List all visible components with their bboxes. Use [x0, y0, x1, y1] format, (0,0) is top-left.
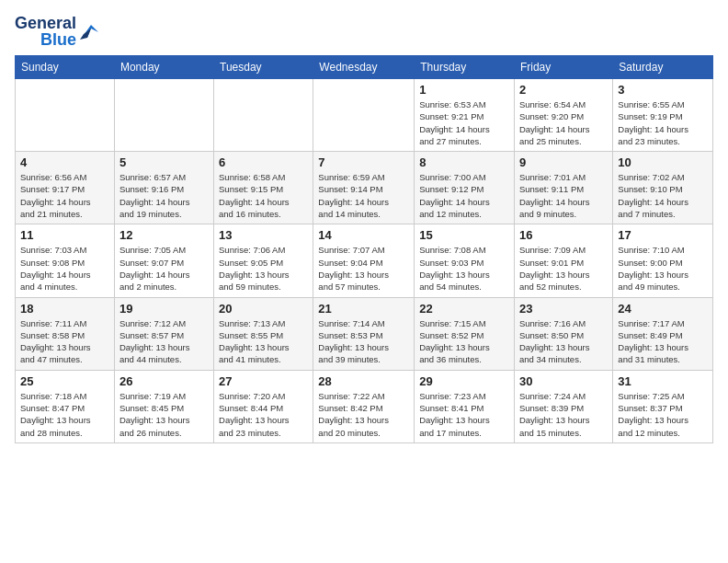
day-info: Sunrise: 7:05 AM Sunset: 9:07 PM Dayligh… [119, 244, 209, 293]
calendar-cell: 4Sunrise: 6:56 AM Sunset: 9:17 PM Daylig… [16, 152, 115, 224]
calendar-cell: 9Sunrise: 7:01 AM Sunset: 9:11 PM Daylig… [514, 152, 612, 224]
day-number: 12 [119, 228, 209, 242]
day-info: Sunrise: 7:15 AM Sunset: 8:52 PM Dayligh… [419, 317, 509, 366]
day-number: 2 [519, 83, 608, 97]
day-info: Sunrise: 7:22 AM Sunset: 8:42 PM Dayligh… [318, 390, 409, 439]
calendar-cell: 6Sunrise: 6:58 AM Sunset: 9:15 PM Daylig… [214, 152, 313, 224]
day-number: 7 [318, 155, 409, 169]
day-info: Sunrise: 7:14 AM Sunset: 8:53 PM Dayligh… [318, 317, 409, 366]
day-number: 5 [119, 155, 209, 169]
calendar-cell: 19Sunrise: 7:12 AM Sunset: 8:57 PM Dayli… [114, 297, 213, 370]
day-info: Sunrise: 7:03 AM Sunset: 9:08 PM Dayligh… [20, 244, 109, 293]
day-number: 20 [219, 302, 308, 316]
day-number: 8 [419, 155, 509, 169]
calendar-cell [16, 79, 115, 152]
day-number: 4 [20, 155, 109, 169]
day-info: Sunrise: 7:24 AM Sunset: 8:39 PM Dayligh… [519, 390, 608, 439]
day-info: Sunrise: 6:56 AM Sunset: 9:17 PM Dayligh… [20, 171, 109, 220]
day-number: 24 [618, 302, 708, 316]
calendar-cell: 24Sunrise: 7:17 AM Sunset: 8:49 PM Dayli… [613, 297, 713, 370]
calendar-cell: 15Sunrise: 7:08 AM Sunset: 9:03 PM Dayli… [415, 224, 515, 297]
calendar-cell [313, 79, 415, 152]
day-info: Sunrise: 7:02 AM Sunset: 9:10 PM Dayligh… [618, 171, 708, 220]
day-number: 13 [219, 228, 308, 242]
day-number: 25 [20, 374, 109, 388]
header-area: General Blue [15, 15, 713, 48]
day-number: 26 [119, 374, 209, 388]
calendar-cell: 27Sunrise: 7:20 AM Sunset: 8:44 PM Dayli… [214, 370, 313, 442]
day-number: 1 [419, 83, 509, 97]
day-number: 19 [119, 302, 209, 316]
calendar-cell: 20Sunrise: 7:13 AM Sunset: 8:55 PM Dayli… [214, 297, 313, 370]
calendar-cell: 8Sunrise: 7:00 AM Sunset: 9:12 PM Daylig… [415, 152, 515, 224]
day-info: Sunrise: 6:54 AM Sunset: 9:20 PM Dayligh… [519, 98, 608, 147]
day-info: Sunrise: 6:59 AM Sunset: 9:14 PM Dayligh… [318, 171, 409, 220]
calendar-cell: 2Sunrise: 6:54 AM Sunset: 9:20 PM Daylig… [514, 79, 612, 152]
calendar-cell: 26Sunrise: 7:19 AM Sunset: 8:45 PM Dayli… [114, 370, 213, 442]
day-number: 10 [618, 155, 708, 169]
day-info: Sunrise: 7:23 AM Sunset: 8:41 PM Dayligh… [419, 390, 509, 439]
calendar-cell [114, 79, 213, 152]
calendar-cell: 22Sunrise: 7:15 AM Sunset: 8:52 PM Dayli… [415, 297, 515, 370]
calendar-cell: 11Sunrise: 7:03 AM Sunset: 9:08 PM Dayli… [16, 224, 115, 297]
day-number: 11 [20, 228, 109, 242]
day-info: Sunrise: 7:16 AM Sunset: 8:50 PM Dayligh… [519, 317, 608, 366]
day-info: Sunrise: 7:07 AM Sunset: 9:04 PM Dayligh… [318, 244, 409, 293]
calendar-cell: 18Sunrise: 7:11 AM Sunset: 8:58 PM Dayli… [16, 297, 115, 370]
day-info: Sunrise: 7:13 AM Sunset: 8:55 PM Dayligh… [219, 317, 308, 366]
calendar-cell: 7Sunrise: 6:59 AM Sunset: 9:14 PM Daylig… [313, 152, 415, 224]
day-number: 30 [519, 374, 608, 388]
day-info: Sunrise: 7:20 AM Sunset: 8:44 PM Dayligh… [219, 390, 308, 439]
day-number: 16 [519, 228, 608, 242]
day-info: Sunrise: 6:55 AM Sunset: 9:19 PM Dayligh… [618, 98, 708, 147]
logo-icon [78, 21, 98, 41]
day-number: 18 [20, 302, 109, 316]
day-number: 21 [318, 302, 409, 316]
day-info: Sunrise: 7:17 AM Sunset: 8:49 PM Dayligh… [618, 317, 708, 366]
day-number: 17 [618, 228, 708, 242]
day-number: 28 [318, 374, 409, 388]
calendar-cell: 30Sunrise: 7:24 AM Sunset: 8:39 PM Dayli… [514, 370, 612, 442]
calendar-cell: 28Sunrise: 7:22 AM Sunset: 8:42 PM Dayli… [313, 370, 415, 442]
day-info: Sunrise: 7:01 AM Sunset: 9:11 PM Dayligh… [519, 171, 608, 220]
day-number: 15 [419, 228, 509, 242]
calendar-cell [214, 79, 313, 152]
calendar-cell: 1Sunrise: 6:53 AM Sunset: 9:21 PM Daylig… [415, 79, 515, 152]
calendar-cell: 25Sunrise: 7:18 AM Sunset: 8:47 PM Dayli… [16, 370, 115, 442]
weekday-header-thursday: Thursday [415, 56, 515, 79]
day-info: Sunrise: 7:19 AM Sunset: 8:45 PM Dayligh… [119, 390, 209, 439]
calendar-cell: 31Sunrise: 7:25 AM Sunset: 8:37 PM Dayli… [613, 370, 713, 442]
calendar-table: SundayMondayTuesdayWednesdayThursdayFrid… [15, 55, 713, 443]
calendar-cell: 14Sunrise: 7:07 AM Sunset: 9:04 PM Dayli… [313, 224, 415, 297]
calendar-cell: 23Sunrise: 7:16 AM Sunset: 8:50 PM Dayli… [514, 297, 612, 370]
calendar-cell: 13Sunrise: 7:06 AM Sunset: 9:05 PM Dayli… [214, 224, 313, 297]
logo: General Blue [15, 15, 98, 48]
day-info: Sunrise: 7:08 AM Sunset: 9:03 PM Dayligh… [419, 244, 509, 293]
day-info: Sunrise: 6:58 AM Sunset: 9:15 PM Dayligh… [219, 171, 308, 220]
weekday-header-wednesday: Wednesday [313, 56, 415, 79]
day-number: 29 [419, 374, 509, 388]
day-info: Sunrise: 7:10 AM Sunset: 9:00 PM Dayligh… [618, 244, 708, 293]
calendar-cell: 21Sunrise: 7:14 AM Sunset: 8:53 PM Dayli… [313, 297, 415, 370]
calendar-cell: 29Sunrise: 7:23 AM Sunset: 8:41 PM Dayli… [415, 370, 515, 442]
svg-marker-1 [80, 29, 91, 40]
day-info: Sunrise: 7:18 AM Sunset: 8:47 PM Dayligh… [20, 390, 109, 439]
day-number: 22 [419, 302, 509, 316]
weekday-header-friday: Friday [514, 56, 612, 79]
weekday-header-saturday: Saturday [613, 56, 713, 79]
day-number: 23 [519, 302, 608, 316]
weekday-header-monday: Monday [114, 56, 213, 79]
day-number: 31 [618, 374, 708, 388]
day-info: Sunrise: 7:12 AM Sunset: 8:57 PM Dayligh… [119, 317, 209, 366]
day-number: 14 [318, 228, 409, 242]
day-info: Sunrise: 7:06 AM Sunset: 9:05 PM Dayligh… [219, 244, 308, 293]
day-number: 3 [618, 83, 708, 97]
calendar-cell: 16Sunrise: 7:09 AM Sunset: 9:01 PM Dayli… [514, 224, 612, 297]
weekday-header-tuesday: Tuesday [214, 56, 313, 79]
calendar-cell: 10Sunrise: 7:02 AM Sunset: 9:10 PM Dayli… [613, 152, 713, 224]
calendar-cell: 12Sunrise: 7:05 AM Sunset: 9:07 PM Dayli… [114, 224, 213, 297]
day-number: 27 [219, 374, 308, 388]
calendar-cell: 5Sunrise: 6:57 AM Sunset: 9:16 PM Daylig… [114, 152, 213, 224]
day-number: 6 [219, 155, 308, 169]
day-number: 9 [519, 155, 608, 169]
